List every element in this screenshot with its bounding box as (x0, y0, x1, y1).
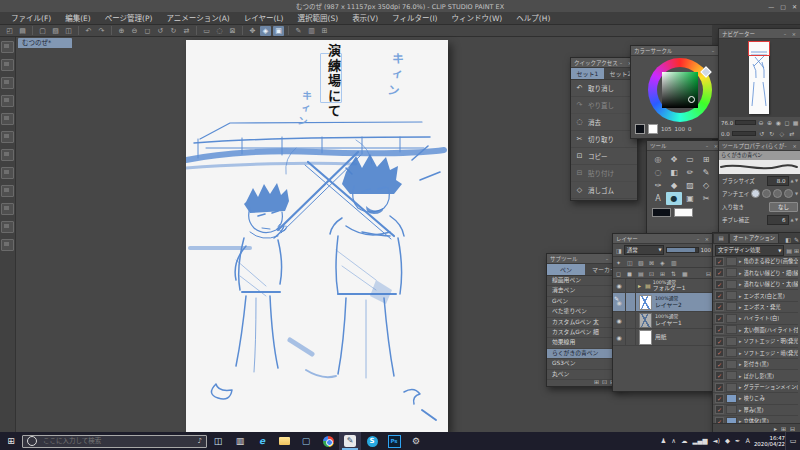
action-expand-icon[interactable]: ▸ (739, 361, 742, 367)
airbrush-tool-icon[interactable]: ▨ (682, 179, 698, 192)
store-icon[interactable]: ▥ (229, 432, 251, 450)
layer-setting-icon-0[interactable]: ✦ (616, 259, 625, 266)
navigator-preview[interactable] (719, 39, 800, 117)
blend-mode-select[interactable]: 通常▼ (624, 245, 664, 255)
hue-marker[interactable] (700, 66, 711, 77)
snap-ruler-icon[interactable]: ◈ (260, 26, 271, 36)
taskbar-clock[interactable]: 16:47 2020/04/22 (754, 435, 785, 448)
nav-rotate-icon-0[interactable]: ↺ (758, 130, 766, 137)
layer-check-cell[interactable] (626, 329, 636, 345)
undo-item[interactable]: ↶取り消し (571, 80, 637, 97)
action-insert-box[interactable] (726, 325, 737, 334)
rotate-left-icon[interactable]: ↺ (155, 26, 166, 36)
layer-check-cell[interactable] (626, 293, 636, 311)
material-minitab[interactable]: ▤ (713, 233, 729, 243)
menu-9[interactable]: ヘルプ(H) (509, 12, 557, 25)
auto-action-row[interactable]: ✓▸厚み(黒) (713, 405, 798, 416)
property-button[interactable]: なし (769, 202, 798, 212)
palette-page-icon[interactable] (1, 95, 14, 107)
document-tab[interactable]: むつのぜ* (18, 38, 72, 48)
action-set-dropdown[interactable]: 文字デザイン効果▼ (715, 245, 784, 256)
auto-action-header-icon-0[interactable]: ◧ (785, 236, 791, 243)
network-icon[interactable]: ▂▄▆ (692, 437, 707, 445)
action-expand-icon[interactable]: ▸ (739, 270, 742, 276)
action-checkbox[interactable]: ✓ (715, 291, 724, 300)
nav-zoom-icon-3[interactable]: ◻ (784, 119, 791, 126)
layer-thumbnail[interactable] (639, 330, 652, 345)
menu-3[interactable]: アニメーション(A) (160, 12, 237, 25)
antialias-option-3[interactable] (784, 189, 793, 198)
action-expand-icon[interactable]: ▸ (739, 395, 742, 401)
action-add-icon[interactable]: ⊞ (794, 247, 799, 254)
action-expand-icon[interactable]: ▸ (739, 350, 742, 356)
cut-item[interactable]: ✂切り取り (571, 131, 637, 148)
folder-expand-icon[interactable]: ▸ (638, 282, 641, 289)
action-checkbox[interactable]: ✓ (715, 302, 724, 311)
layer-command-icon-6[interactable]: ▦ (682, 270, 691, 277)
crop-icon[interactable]: ⊠ (227, 26, 238, 36)
light-table-icon[interactable]: ▥ (306, 26, 317, 36)
palette-page-icon[interactable] (1, 221, 14, 233)
action-insert-box[interactable] (726, 383, 737, 392)
snap-grid-icon[interactable]: ▣ (273, 26, 284, 36)
auto-action-row[interactable]: ✓▸角のまる枠どり(画像全 (713, 256, 798, 267)
page-manager-icon[interactable]: ▤ (17, 26, 28, 36)
main-color-swatch[interactable] (635, 124, 645, 134)
auto-action-row[interactable]: ✓▸エンボス・発光 (713, 302, 798, 313)
layer-command-icon-0[interactable]: ◻ (616, 270, 625, 277)
navigator-zoom-slider[interactable] (735, 120, 755, 125)
nav-rotate-icon-2[interactable]: ◇ (778, 130, 786, 137)
action-checkbox[interactable]: ✓ (715, 268, 724, 277)
brush-tool-icon[interactable]: ◆ (666, 179, 682, 192)
open-file-icon[interactable]: ▧ (50, 26, 61, 36)
palette-page-icon[interactable] (1, 41, 14, 53)
layer-check-cell[interactable] (626, 312, 636, 328)
action-insert-box[interactable] (726, 348, 737, 357)
clip-studio-icon[interactable]: ✎ (339, 432, 361, 450)
layer-thumbnail[interactable] (639, 295, 652, 310)
auto-action-row[interactable]: ✓▸ソフトエッジ・暗(発光感 (713, 348, 798, 359)
auto-action-row[interactable]: ✓▸潰れない縁どり・太(縁 (713, 279, 798, 290)
action-insert-box[interactable] (726, 314, 737, 323)
nav-rotate-icon-1[interactable]: ↻ (768, 130, 776, 137)
action-insert-box[interactable] (726, 371, 737, 380)
action-insert-box[interactable] (726, 337, 737, 346)
layer-setting-icon-2[interactable]: ▧ (638, 259, 647, 266)
action-expand-icon[interactable]: ▸ (739, 338, 742, 344)
eraser-item[interactable]: ◇消しゴム (571, 182, 637, 199)
layer-visibility-icon[interactable]: ◉ (613, 312, 626, 328)
action-insert-box[interactable] (726, 291, 737, 300)
edge-icon[interactable]: e (251, 432, 273, 450)
select-tool-icon[interactable]: ◌ (650, 166, 666, 179)
action-insert-box[interactable] (726, 280, 737, 289)
minimize-button[interactable]: — (768, 3, 774, 10)
duplicate-subtool-icon[interactable]: ⊡ (602, 378, 607, 385)
palette-page-icon[interactable] (1, 203, 14, 215)
clear-item[interactable]: ◌消去 (571, 114, 637, 131)
auto-action-row[interactable]: ✓▸影付き(黒) (713, 359, 798, 370)
palette-page-icon[interactable] (1, 113, 14, 125)
property-stepper[interactable]: ▲ ▼ (791, 218, 798, 222)
action-checkbox[interactable]: ✓ (715, 337, 724, 346)
move-tool-icon[interactable]: ✥ (666, 153, 682, 166)
action-list-icon[interactable]: ▤ (786, 247, 792, 254)
action-checkbox[interactable]: ✓ (715, 383, 724, 392)
auto-action-row[interactable]: ✓▸グラデーションメイン(明 (713, 382, 798, 393)
pen-tray-icon[interactable]: ✒ (735, 437, 740, 445)
action-expand-icon[interactable]: ▸ (739, 258, 742, 264)
property-value[interactable]: 6 (767, 215, 789, 225)
undo-icon[interactable]: ↶ (83, 26, 94, 36)
settings-icon[interactable]: ⚙ (405, 432, 427, 450)
layer-command-icon-3[interactable]: ⊡ (649, 270, 658, 277)
action-insert-box[interactable] (726, 394, 737, 403)
navigator-rotation-slider[interactable] (732, 131, 756, 136)
task-view-icon[interactable]: ◫ (207, 432, 229, 450)
layer-row-レイヤー2[interactable]: ◉✎100%通常レイヤー2 (613, 293, 714, 312)
action-expand-icon[interactable]: ▸ (739, 304, 742, 310)
hue-ring[interactable] (648, 58, 712, 122)
action-checkbox[interactable]: ✓ (715, 280, 724, 289)
layer-setting-icon-3[interactable]: ⊠ (649, 259, 658, 266)
layer-setting-icon-4[interactable]: ◈ (660, 259, 669, 266)
action-checkbox[interactable]: ✓ (715, 371, 724, 380)
background-color-swatch[interactable] (674, 208, 693, 217)
